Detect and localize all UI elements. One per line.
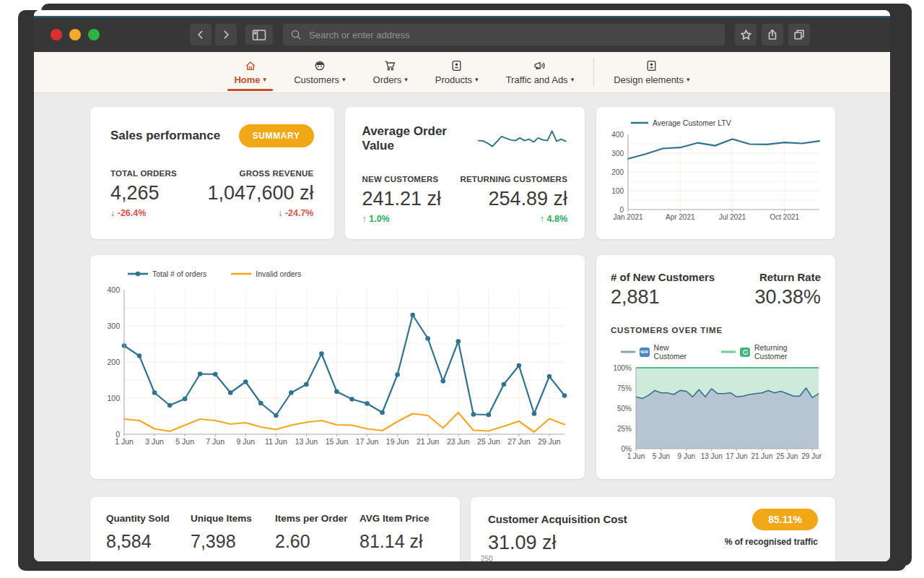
line-swatch-icon bbox=[721, 350, 736, 354]
nav-label-row: Traffic and Ads▾ bbox=[506, 74, 575, 85]
forward-button[interactable] bbox=[215, 24, 237, 46]
metric-label: TOTAL ORDERS bbox=[110, 169, 177, 178]
share-button[interactable] bbox=[762, 24, 783, 46]
nav-item-label: Design elements bbox=[614, 74, 684, 85]
svg-text:29 Jun: 29 Jun bbox=[538, 437, 561, 446]
svg-text:5 Jun: 5 Jun bbox=[175, 437, 194, 446]
customers-legend: NEW New Customer Returning Customer bbox=[621, 343, 821, 361]
item-metric: Unique Items7,398 bbox=[191, 513, 275, 552]
metric: GROSS REVENUE1,047,600 zł↓ -24.7% bbox=[207, 169, 313, 218]
sidebar-toggle-button[interactable] bbox=[245, 25, 273, 45]
back-button[interactable] bbox=[190, 24, 212, 46]
nav-label-row: Orders▾ bbox=[373, 74, 408, 85]
item-metric-label: Quantity Sold bbox=[106, 513, 191, 524]
svg-text:9 Jun: 9 Jun bbox=[236, 437, 255, 446]
customers-over-time-chart: 0%25%50%75%100%1 Jun5 Jun9 Jun13 Jun17 J… bbox=[611, 362, 821, 465]
ltv-legend: Average Customer LTV bbox=[631, 118, 825, 127]
products-icon bbox=[451, 60, 462, 72]
legend-label: Total # of orders bbox=[152, 269, 206, 278]
svg-text:1 Jun: 1 Jun bbox=[115, 437, 134, 446]
legend-label: Invalid orders bbox=[256, 269, 301, 278]
chevron-left-icon bbox=[195, 29, 206, 40]
chevron-down-icon: ▾ bbox=[475, 77, 479, 83]
customers-over-time-label: CUSTOMERS OVER TIME bbox=[611, 326, 821, 335]
customer-ltv-card: Average Customer LTV 0100200300400Jan 20… bbox=[596, 107, 835, 239]
search-input[interactable] bbox=[308, 29, 718, 41]
nav-item-design-elements[interactable]: Design elements▾ bbox=[600, 52, 703, 92]
search-icon bbox=[290, 29, 302, 40]
svg-text:Apr 2021: Apr 2021 bbox=[666, 213, 695, 221]
line-swatch-icon bbox=[631, 121, 648, 125]
svg-text:25 Jun: 25 Jun bbox=[477, 437, 500, 446]
svg-text:300: 300 bbox=[107, 322, 120, 330]
metric-value: 254.89 zł bbox=[488, 188, 567, 210]
svg-text:50%: 50% bbox=[617, 405, 632, 413]
chevron-down-icon: ▾ bbox=[571, 77, 575, 83]
home-icon bbox=[245, 60, 256, 72]
sales-metrics: TOTAL ORDERS4,265↓ -26.4%GROSS REVENUE1,… bbox=[110, 169, 314, 218]
item-metric-label: Items per Order bbox=[275, 513, 359, 524]
item-metric-label: AVG Item Price bbox=[359, 513, 444, 524]
svg-text:9 Jun: 9 Jun bbox=[678, 452, 695, 460]
nav-item-label: Traffic and Ads bbox=[506, 74, 568, 85]
return-rate-value: 30.38% bbox=[754, 286, 821, 309]
sales-performance-card: Sales performance SUMMARY TOTAL ORDERS4,… bbox=[90, 107, 334, 239]
item-metric: Quantity Sold8,584 bbox=[106, 513, 191, 552]
svg-text:300: 300 bbox=[611, 150, 624, 158]
svg-text:27 Jun: 27 Jun bbox=[507, 437, 531, 446]
sidebar-icon bbox=[252, 29, 266, 41]
nav-item-traffic-and-ads[interactable]: Traffic and Ads▾ bbox=[492, 52, 588, 92]
metric-delta: ↑ 1.0% bbox=[362, 214, 442, 224]
metric-value: 241.21 zł bbox=[362, 188, 442, 210]
clipped-axis-label: 250 bbox=[481, 555, 493, 561]
svg-text:25%: 25% bbox=[617, 425, 632, 433]
metric-label: NEW CUSTOMERS bbox=[362, 175, 442, 184]
svg-text:15 Jun: 15 Jun bbox=[326, 437, 349, 446]
legend-label: Returning Customer bbox=[754, 343, 821, 361]
star-icon bbox=[740, 29, 752, 41]
traffic-icon bbox=[533, 60, 546, 72]
tabs-icon bbox=[793, 29, 805, 40]
maximize-window-button[interactable] bbox=[88, 29, 100, 40]
chevron-down-icon: ▾ bbox=[263, 77, 267, 83]
svg-text:400: 400 bbox=[611, 131, 624, 139]
customer-acquisition-cost-card: Customer Acquisition Cost 31.09 zł 85.11… bbox=[471, 497, 835, 561]
nav-label-row: Home▾ bbox=[234, 74, 266, 85]
orders-chart-card: Total # of orders Invalid orders 0100200… bbox=[90, 255, 585, 479]
svg-text:7 Jun: 7 Jun bbox=[206, 437, 225, 446]
svg-text:3 Jun: 3 Jun bbox=[145, 437, 164, 446]
tabs-button[interactable] bbox=[788, 24, 810, 46]
svg-text:0%: 0% bbox=[622, 445, 632, 453]
svg-text:5 Jun: 5 Jun bbox=[653, 452, 670, 460]
aov-metrics: NEW CUSTOMERS241.21 zł↑ 1.0%RETURNING CU… bbox=[362, 175, 568, 224]
summary-button[interactable]: SUMMARY bbox=[239, 124, 314, 147]
bookmark-button[interactable] bbox=[735, 24, 757, 46]
svg-text:Jan 2021: Jan 2021 bbox=[613, 213, 643, 221]
legend-item: NEW New Customer bbox=[621, 343, 702, 361]
metric-delta: ↓ -24.7% bbox=[278, 208, 313, 218]
address-bar[interactable] bbox=[283, 24, 725, 46]
close-window-button[interactable] bbox=[51, 29, 62, 40]
svg-text:23 Jun: 23 Jun bbox=[447, 437, 470, 446]
item-metric-value: 7,398 bbox=[191, 531, 275, 552]
orders-line-chart: 01002003004001 Jun3 Jun5 Jun7 Jun9 Jun11… bbox=[100, 282, 573, 453]
svg-text:21 Jun: 21 Jun bbox=[417, 437, 440, 446]
metric-delta: ↑ 4.8% bbox=[540, 214, 567, 224]
sales-card-title: Sales performance bbox=[110, 129, 220, 143]
nav-item-home[interactable]: Home▾ bbox=[220, 52, 280, 92]
browser-window: Home▾Customers▾Orders▾Products▾Traffic a… bbox=[34, 10, 890, 561]
svg-text:29 Jun: 29 Jun bbox=[801, 452, 821, 460]
design-icon bbox=[646, 60, 657, 72]
nav-label-row: Products▾ bbox=[435, 74, 479, 85]
svg-text:21 Jun: 21 Jun bbox=[751, 452, 772, 460]
item-metric-value: 8,584 bbox=[106, 531, 191, 552]
items-metrics-card: Quantity Sold8,584Unique Items7,398Items… bbox=[90, 497, 460, 561]
minimize-window-button[interactable] bbox=[69, 29, 81, 40]
svg-text:13 Jun: 13 Jun bbox=[295, 437, 318, 446]
nav-item-products[interactable]: Products▾ bbox=[422, 52, 492, 92]
aov-card-title: Average Order Value bbox=[362, 124, 478, 153]
svg-text:1 Jun: 1 Jun bbox=[627, 452, 645, 460]
nav-item-orders[interactable]: Orders▾ bbox=[359, 52, 422, 92]
nav-item-customers[interactable]: Customers▾ bbox=[280, 52, 359, 92]
metric-value: 4,265 bbox=[110, 182, 177, 204]
